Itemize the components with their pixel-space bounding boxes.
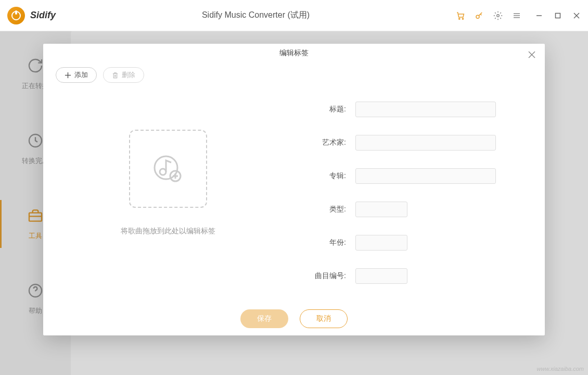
field-artist: 艺术家: [272,135,524,151]
label-album: 专辑: [272,171,355,181]
input-title[interactable] [355,102,496,117]
app-logo-icon [7,7,25,24]
label-artist: 艺术家: [272,138,355,147]
field-year: 年份: [272,235,524,251]
menu-icon[interactable] [512,11,521,20]
svg-point-1 [462,18,463,19]
label-genre: 类型: [272,205,355,214]
plus-icon [65,72,71,79]
close-window-button[interactable] [572,12,581,19]
svg-rect-8 [556,13,560,18]
modal-overlay: 编辑标签 添加 删除 [0,31,588,375]
titlebar: Sidify Sidify Music Converter (试用) [0,0,588,31]
minimize-button[interactable] [535,12,543,19]
input-track[interactable] [355,268,407,284]
window-title: Sidify Music Converter (试用) [56,10,456,21]
label-track: 曲目编号: [272,271,355,281]
drop-hint: 将歌曲拖放到此处以编辑标签 [121,227,215,236]
label-year: 年份: [272,238,355,247]
drop-box [129,130,207,208]
form-area: 标题: 艺术家: 专辑: 类型: 年份: [272,98,524,302]
svg-point-0 [459,18,460,19]
svg-point-3 [497,14,500,17]
svg-point-19 [160,169,166,175]
input-year[interactable] [355,235,407,251]
brand-area: Sidify [7,7,56,24]
add-button[interactable]: 添加 [56,67,97,83]
window-controls [535,12,581,19]
maximize-button[interactable] [554,12,562,19]
label-title: 标题: [272,105,355,114]
modal-toolbar: 添加 删除 [43,62,545,83]
modal-header: 编辑标签 [43,44,545,62]
modal-title: 编辑标签 [279,48,309,58]
input-artist[interactable] [355,135,496,151]
drop-area[interactable]: 将歌曲拖放到此处以编辑标签 [64,98,272,302]
field-title: 标题: [272,102,524,117]
modal-footer: 保存 取消 [43,302,545,335]
trash-icon [112,72,119,79]
music-add-icon [151,152,185,185]
field-genre: 类型: [272,202,524,217]
cart-icon[interactable] [456,11,465,20]
key-icon[interactable] [475,11,484,20]
watermark: www.xiazaiba.com [537,366,584,372]
add-button-label: 添加 [74,70,88,80]
modal-body: 将歌曲拖放到此处以编辑标签 标题: 艺术家: 专辑: 类型: [43,83,545,302]
delete-button-label: 删除 [122,70,135,80]
modal-close-button[interactable] [528,51,535,60]
field-track: 曲目编号: [272,268,524,284]
settings-icon[interactable] [493,11,503,20]
delete-button: 删除 [103,67,144,83]
titlebar-actions [456,11,581,20]
field-album: 专辑: [272,168,524,184]
brand-name: Sidify [30,10,56,21]
save-button[interactable]: 保存 [240,309,288,328]
input-album[interactable] [355,168,496,184]
input-genre[interactable] [355,202,407,217]
edit-tag-modal: 编辑标签 添加 删除 [43,44,545,335]
close-icon [528,51,535,58]
cancel-button[interactable]: 取消 [300,309,348,328]
